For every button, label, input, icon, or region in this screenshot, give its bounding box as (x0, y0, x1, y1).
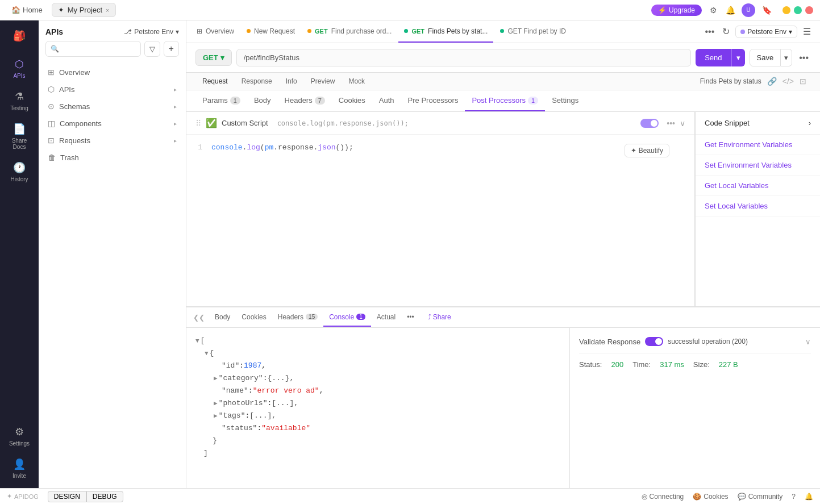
context-menu-get-env-vars[interactable]: Get Environment Variables (696, 135, 820, 155)
sub-tab-request[interactable]: Request (195, 73, 235, 90)
validate-arrow-icon[interactable]: ∨ (805, 338, 811, 346)
context-menu-get-local-vars[interactable]: Get Local Variables (696, 176, 820, 196)
req-tab-auth[interactable]: Auth (372, 90, 401, 111)
drag-handle-icon[interactable]: ⠿ (195, 119, 201, 128)
env-selector[interactable]: Petstore Env ▾ (735, 26, 797, 38)
add-button[interactable]: + (164, 41, 180, 57)
json-expand-root[interactable]: ▼ (195, 335, 199, 347)
req-tab-headers[interactable]: Headers 7 (278, 90, 332, 111)
nav-item-components[interactable]: ◫ Components ▸ (39, 115, 186, 132)
context-menu-set-env-vars[interactable]: Set Environment Variables (696, 155, 820, 176)
minimize-button[interactable]: — (782, 6, 790, 14)
validate-toggle[interactable] (645, 337, 663, 346)
tabs-menu-button[interactable]: ☰ (801, 24, 813, 39)
save-dropdown-button[interactable]: ▾ (781, 49, 792, 66)
copy-link-icon[interactable]: 🔗 (767, 77, 777, 86)
tab-finds-pets[interactable]: GET Finds Pets by stat... (398, 20, 493, 43)
tab-find-pet-id[interactable]: GET Find pet by ID (494, 20, 572, 43)
collapse-button[interactable]: ❮❮ (193, 314, 205, 322)
debug-button[interactable]: DEBUG (86, 491, 123, 502)
nav-item-schemas[interactable]: ⊙ Schemas ▸ (39, 98, 186, 115)
json-expand-tags[interactable]: ▶ (214, 410, 218, 422)
sidebar-item-testing[interactable]: ⚗ Testing (2, 86, 36, 116)
sidebar-item-share-docs[interactable]: 📄 Share Docs (2, 118, 36, 155)
script-expand-icon[interactable]: ∨ (680, 119, 685, 128)
beautify-button[interactable]: ✦ Beautify (625, 144, 669, 157)
send-button[interactable]: Send (696, 49, 731, 66)
tab-new-request[interactable]: New Request (241, 20, 301, 43)
sub-tab-preview[interactable]: Preview (304, 73, 342, 90)
req-tab-post-processors[interactable]: Post Processors 1 (465, 90, 545, 111)
filter-button[interactable]: ▽ (144, 41, 160, 57)
design-button[interactable]: DESIGN (48, 491, 86, 502)
close-button[interactable]: × (805, 6, 813, 14)
req-tab-body[interactable]: Body (247, 90, 278, 111)
context-panel-header[interactable]: Code Snippet › (696, 112, 820, 135)
tabs-bar: ⊞ Overview New Request GET Find purchase… (186, 20, 820, 43)
url-input[interactable] (236, 49, 691, 66)
nav-item-requests[interactable]: ⊡ Requests ▸ (39, 132, 186, 149)
req-tab-settings[interactable]: Settings (545, 90, 585, 111)
json-expand-photo-urls[interactable]: ▶ (214, 397, 218, 410)
req-tab-params[interactable]: Params 1 (195, 90, 247, 111)
bottom-tab-headers[interactable]: Headers 15 (272, 309, 323, 327)
sub-tab-info[interactable]: Info (279, 73, 304, 90)
bottom-tab-more[interactable]: ••• (401, 309, 420, 327)
search-input[interactable] (45, 41, 141, 57)
bottom-tab-console[interactable]: Console 1 (323, 309, 371, 327)
code-editor[interactable]: 1 console.log(pm.response.json()); (186, 135, 694, 161)
close-tab-icon[interactable]: × (106, 7, 109, 14)
send-dropdown-button[interactable]: ▾ (731, 49, 745, 66)
script-toggle[interactable] (640, 119, 659, 128)
bottom-tab-actual[interactable]: Actual (371, 309, 401, 327)
refresh-button[interactable]: ↻ (720, 24, 732, 39)
maximize-button[interactable]: □ (794, 6, 802, 14)
branch-selector[interactable]: ⎇ Petstore Env ▾ (124, 28, 179, 36)
json-expand-obj[interactable]: ▼ (205, 347, 209, 360)
bottom-tab-headers-badge: 15 (306, 314, 318, 320)
sub-tab-response[interactable]: Response (235, 73, 279, 90)
save-button[interactable]: Save (750, 49, 781, 66)
url-more-button[interactable]: ••• (797, 51, 811, 65)
time-value: 317 ms (660, 360, 684, 369)
bell-status-item[interactable]: 🔔 (805, 493, 813, 501)
json-line-bracket-open: ▼ [ (195, 335, 560, 347)
sidebar-item-history[interactable]: 🕐 History (2, 157, 36, 187)
json-expand-category[interactable]: ▶ (214, 372, 218, 385)
connecting-item[interactable]: ◎ Connecting (642, 493, 684, 501)
cookies-item[interactable]: 🍪 Cookies (693, 493, 728, 501)
bookmark-icon[interactable]: 🔖 (761, 5, 772, 16)
nav-item-overview[interactable]: ⊞ Overview (39, 64, 186, 81)
bottom-tab-body[interactable]: Body (209, 309, 236, 327)
sidebar-item-settings[interactable]: ⚙ Settings (2, 421, 36, 451)
nav-item-apis[interactable]: ⬡ APIs ▸ (39, 81, 186, 98)
sub-tab-mock[interactable]: Mock (342, 73, 372, 90)
upgrade-button[interactable]: ⚡ Upgrade (651, 5, 702, 16)
req-tab-pre-processors[interactable]: Pre Processors (401, 90, 465, 111)
bottom-tab-cookies[interactable]: Cookies (236, 309, 272, 327)
avatar[interactable]: U (742, 3, 755, 17)
tab-find-purchase[interactable]: GET Find purchase ord... (302, 20, 397, 43)
req-tab-cookies[interactable]: Cookies (332, 90, 372, 111)
script-more-button[interactable]: ••• (667, 119, 675, 128)
code-view-icon[interactable]: </> (782, 77, 794, 86)
settings-icon[interactable]: ⚙ (707, 5, 719, 16)
community-item[interactable]: 💬 Community (738, 493, 783, 501)
sidebar-item-invite[interactable]: 👤 Invite (2, 453, 36, 484)
help-item[interactable]: ? (792, 493, 796, 501)
req-tab-auth-label: Auth (379, 96, 394, 105)
context-menu-set-local-vars[interactable]: Set Local Variables (696, 196, 820, 216)
fullscreen-icon[interactable]: ⊡ (800, 77, 806, 86)
sidebar-item-apis[interactable]: ⬡ APIs (2, 53, 36, 84)
method-button[interactable]: GET ▾ (195, 49, 232, 66)
nav-item-trash[interactable]: 🗑 Trash (39, 149, 186, 166)
nav-components-icon: ◫ (48, 119, 55, 128)
bottom-tab-share[interactable]: ⤴ Share (422, 309, 457, 327)
tab-overview[interactable]: ⊞ Overview (191, 20, 240, 43)
tabs-more-button[interactable]: ••• (702, 24, 717, 39)
project-tab[interactable]: ✦ My Project × (52, 3, 116, 17)
home-button[interactable]: 🏠 Home (7, 3, 47, 16)
toggle-switch[interactable] (640, 119, 659, 128)
bell-icon[interactable]: 🔔 (725, 5, 736, 16)
sidebar-logo[interactable]: 🎒 (2, 25, 36, 47)
